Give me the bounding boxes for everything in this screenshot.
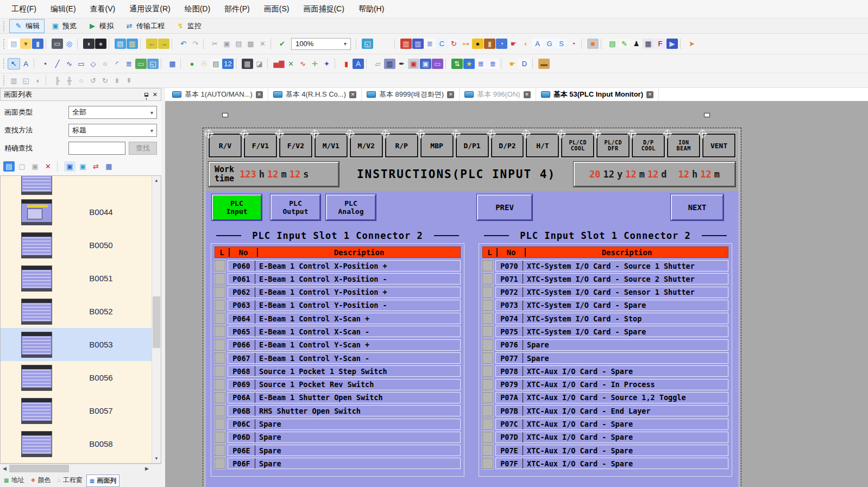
list-part-icon[interactable]: ≣ xyxy=(475,59,487,69)
movie-settings-icon[interactable]: ▶ xyxy=(666,39,678,49)
monitor-mode-button[interactable]: ↯ 监控 xyxy=(171,19,206,33)
screen-list-item[interactable]: B0056 xyxy=(1,361,161,394)
scroll-left-icon[interactable]: ◀ xyxy=(0,466,9,471)
row-box[interactable]: P06B RHS Shutter Open Switch xyxy=(228,405,461,416)
lamp-part[interactable] xyxy=(215,405,225,416)
polygon-tool-icon[interactable]: ◇ xyxy=(87,59,99,69)
preview-mode-button[interactable]: ▣ 预览 xyxy=(46,19,81,33)
lamp-part[interactable] xyxy=(482,392,493,403)
save-icon[interactable]: ▮ xyxy=(32,39,43,49)
print-preview-icon[interactable]: ◎ xyxy=(64,39,75,49)
scroll-up-icon[interactable]: ▲ xyxy=(152,176,161,185)
lamp-part[interactable] xyxy=(215,273,225,284)
row-box[interactable]: P060 E-Beam 1 Control X-Position + xyxy=(228,260,461,271)
vacuum-button[interactable]: D/P COOL xyxy=(632,134,665,157)
screen-list-item[interactable] xyxy=(1,176,161,195)
menu-item[interactable]: 绘图(D) xyxy=(178,2,217,17)
screen-monitor-icon[interactable]: ▣ xyxy=(408,59,419,69)
row-box[interactable]: P06F Spare xyxy=(228,458,461,469)
screen-tab[interactable]: 基本 53(PLC Input Monitor) ✕ xyxy=(536,88,659,101)
row-box[interactable]: P061 E-Beam 1 Control X-Position - xyxy=(228,273,461,284)
find-method-dropdown[interactable]: 标题 ▾ xyxy=(68,124,157,137)
lamp-part[interactable] xyxy=(215,419,225,430)
new-screen-list-icon[interactable]: ▤ xyxy=(3,161,15,172)
close-icon[interactable]: ✕ xyxy=(153,91,158,98)
row-box[interactable]: P064 E-Beam 1 Control X-Scan + xyxy=(228,313,461,324)
delete-screen-list-icon[interactable]: ✕ xyxy=(42,161,54,172)
horizontal-scrollbar[interactable]: ◀ ▶ xyxy=(0,464,161,473)
menu-item[interactable]: 工程(F) xyxy=(4,2,43,17)
row-box[interactable]: P077 Spare xyxy=(495,352,728,364)
screen-list-item[interactable]: B0044 xyxy=(1,195,161,229)
screen-thumbnail[interactable] xyxy=(21,431,52,457)
scroll-right-icon[interactable]: ▶ xyxy=(142,466,152,471)
screen-list-item[interactable]: B0058 xyxy=(1,427,161,460)
csv-export-icon[interactable]: C xyxy=(436,39,448,49)
row-box[interactable]: P07F XTC-Aux I/O Card - Spare xyxy=(495,458,728,469)
display-view-icon[interactable]: ▣ xyxy=(420,59,431,69)
row-box[interactable]: P065 E-Beam 1 Control X-Scan - xyxy=(228,326,461,337)
lamp-part[interactable] xyxy=(482,260,493,271)
lamp-part[interactable] xyxy=(482,405,493,416)
lamp-part[interactable] xyxy=(482,313,493,324)
vacuum-button[interactable]: VENT xyxy=(702,134,735,157)
special-part-icon[interactable]: ★ xyxy=(463,59,475,69)
lamp-part[interactable] xyxy=(215,445,225,456)
error-check-icon[interactable]: ✔ xyxy=(276,39,288,49)
screen-list-item[interactable]: B0057 xyxy=(1,394,161,427)
vacuum-button[interactable]: F/V1 xyxy=(244,134,277,157)
security-icon[interactable]: ● xyxy=(472,39,483,49)
vacuum-button[interactable]: D/P2 xyxy=(491,134,524,157)
date-display-icon[interactable]: 12 xyxy=(222,59,234,69)
selection-handle[interactable] xyxy=(704,113,710,117)
cut-icon[interactable]: ✂ xyxy=(209,39,221,49)
panel-tab[interactable]: ❖ 颜色 xyxy=(28,475,53,486)
io-tree-icon[interactable]: ≣ xyxy=(424,39,436,49)
row-box[interactable]: P073 XTC-System I/O Card - Spare xyxy=(495,300,728,311)
scatter-graph-icon[interactable]: ✕ xyxy=(285,59,297,69)
scroll-down-icon[interactable]: ▼ xyxy=(152,454,161,463)
panel-tab[interactable]: ▦ 画面列 xyxy=(86,475,119,487)
row-box[interactable]: P070 XTC-System I/O Card - Source 1 Shut… xyxy=(495,260,728,271)
row-box[interactable]: P07C XTC-Aux I/O Card - Spare xyxy=(495,419,728,430)
selection-handle[interactable] xyxy=(222,113,228,117)
row-box[interactable]: P074 XTC-System I/O Card - Stop xyxy=(495,313,728,324)
tab-close-icon[interactable]: ✕ xyxy=(646,91,653,98)
transfer-screen-icon[interactable]: ⇅ xyxy=(451,59,463,69)
row-box[interactable]: P07D XTC-Aux I/O Card - Spare xyxy=(495,432,728,443)
touch-alarm-icon[interactable]: ☛ xyxy=(508,39,519,49)
vacuum-button[interactable]: PL/CD DFR xyxy=(596,134,630,157)
lamp-part[interactable] xyxy=(215,458,225,469)
delete-icon[interactable]: ✕ xyxy=(257,39,268,49)
row-box[interactable]: P078 XTC-Aux I/O Card - Spare xyxy=(495,365,728,377)
screen-tree-icon[interactable]: ▦ xyxy=(103,161,115,172)
vacuum-button[interactable]: MBP xyxy=(420,134,454,157)
data-display-icon[interactable]: ▤ xyxy=(210,59,222,69)
row-box[interactable]: P075 XTC-System I/O Card - Spare xyxy=(495,326,728,337)
ladder-tag-icon[interactable]: ◖ xyxy=(32,75,43,86)
next-button[interactable]: NEXT xyxy=(671,194,724,220)
row-box[interactable]: P07E XTC-Aux I/O Card - Spare xyxy=(495,445,728,456)
vacuum-button[interactable]: F/V2 xyxy=(279,134,312,157)
copy-icon[interactable]: ▣ xyxy=(221,39,232,49)
screen-tab[interactable]: 基本 1(AUTO/MAN...) ✕ xyxy=(167,88,268,101)
paste-screen-list-icon[interactable]: ▣ xyxy=(29,161,41,172)
scale-tool-icon[interactable]: ≣ xyxy=(123,59,135,69)
tab-close-icon[interactable]: ✕ xyxy=(349,91,356,98)
vertical-scrollbar[interactable]: ▲ ▼ xyxy=(152,176,161,463)
screen-tab[interactable]: 基本 996(ON) ✕ xyxy=(460,88,536,101)
sound-icon[interactable]: ◖ xyxy=(520,39,531,49)
pin-tool-icon[interactable]: ♟ xyxy=(631,39,642,49)
lamp-part-icon[interactable]: ☉ xyxy=(198,59,210,69)
copy-screen-list-icon[interactable]: ▢ xyxy=(16,161,28,172)
row-box[interactable]: P076 Spare xyxy=(495,339,728,351)
screen-thumbnail[interactable] xyxy=(21,365,52,391)
row-box[interactable]: P07A XTC-Aux I/O Card - Source 1,2 Toggl… xyxy=(495,392,728,403)
paste-format-icon[interactable]: ▩ xyxy=(245,39,256,49)
menu-item[interactable]: 编辑(E) xyxy=(43,2,83,17)
lamp-part[interactable] xyxy=(482,273,493,284)
text-table-icon[interactable]: A xyxy=(532,39,543,49)
open-folder-icon[interactable]: ▾ xyxy=(20,39,32,49)
fit-screen-icon[interactable]: ◱ xyxy=(362,39,373,49)
quill-icon[interactable]: ➤ xyxy=(686,39,697,49)
